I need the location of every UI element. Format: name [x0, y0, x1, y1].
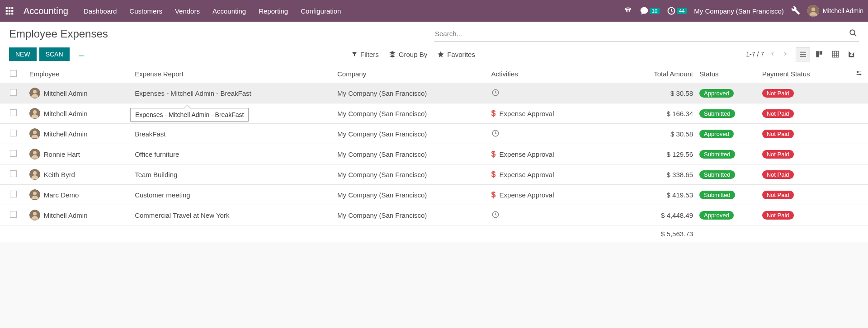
menu-customers[interactable]: Customers — [129, 7, 162, 15]
pager-text[interactable]: 1-7 / 7 — [746, 51, 764, 58]
payment-badge: Not Paid — [762, 109, 794, 118]
company-selector[interactable]: My Company (San Francisco) — [694, 7, 783, 15]
header-company[interactable]: Company — [334, 65, 488, 83]
company-cell: My Company (San Francisco) — [334, 144, 488, 164]
employee-avatar — [29, 169, 40, 180]
svg-point-39 — [33, 171, 37, 175]
search-icon[interactable] — [847, 29, 859, 38]
apps-icon[interactable] — [5, 6, 14, 16]
table-row[interactable]: Mitchell Admin Expenses - Mitchell Admin… — [0, 83, 868, 103]
select-all-checkbox[interactable] — [10, 70, 17, 77]
header-employee[interactable]: Employee — [26, 65, 131, 83]
clock-icon[interactable] — [491, 129, 500, 139]
employee-name: Mitchell Admin — [44, 110, 88, 117]
menu-dashboard[interactable]: Dashboard — [84, 7, 117, 15]
shortcuts-icon[interactable] — [623, 6, 632, 15]
expense-report-cell: Commercial Travel at New York — [131, 205, 334, 225]
amount-cell: $ 129.56 — [642, 144, 696, 164]
company-cell: My Company (San Francisco) — [334, 103, 488, 124]
pager-prev-icon[interactable] — [769, 51, 777, 58]
pager-next-icon[interactable] — [781, 51, 789, 58]
debug-icon[interactable] — [791, 6, 800, 16]
groupby-button[interactable]: Group By — [389, 51, 427, 58]
svg-point-43 — [33, 212, 37, 216]
employee-avatar — [29, 128, 40, 139]
table-row[interactable]: Keith Byrd Team Building My Company (San… — [0, 164, 868, 185]
amount-cell: $ 166.34 — [642, 103, 696, 124]
menu-reporting[interactable]: Reporting — [259, 7, 288, 15]
messages-icon[interactable]: 10 — [640, 6, 660, 15]
expense-report-cell: Team Building — [131, 164, 334, 185]
user-menu[interactable]: Mitchell Admin — [807, 5, 863, 17]
graph-view-icon[interactable] — [844, 47, 859, 61]
payment-badge: Not Paid — [762, 150, 794, 159]
pivot-view-icon[interactable] — [828, 47, 843, 61]
app-title[interactable]: Accounting — [24, 6, 68, 16]
row-checkbox[interactable] — [10, 130, 17, 136]
employee-avatar — [29, 210, 40, 220]
activities-count: 44 — [677, 8, 687, 14]
header-payment[interactable]: Payment Status — [759, 65, 850, 83]
table-row[interactable]: Mitchell Admin Commercial Travel at New … — [0, 205, 868, 225]
expense-report-cell: Expenses - Mitchell Admin - BreakFast — [131, 83, 334, 103]
dollar-icon[interactable]: $ — [491, 190, 496, 200]
svg-point-34 — [33, 131, 37, 134]
payment-badge: Not Paid — [762, 130, 794, 138]
svg-rect-0 — [6, 7, 8, 9]
dollar-icon[interactable]: $ — [491, 170, 496, 179]
activity-text: Expense Approval — [500, 191, 554, 199]
table-row[interactable]: Marc Demo Customer meeting My Company (S… — [0, 185, 868, 205]
svg-rect-6 — [6, 13, 8, 14]
row-checkbox[interactable] — [10, 109, 17, 116]
favorites-label: Favorites — [447, 51, 475, 58]
filters-button[interactable]: Filters — [351, 51, 379, 58]
main-menu: Dashboard Customers Vendors Accounting R… — [84, 7, 341, 15]
header-status[interactable]: Status — [696, 65, 759, 83]
payment-badge: Not Paid — [762, 170, 794, 179]
favorites-button[interactable]: Favorites — [437, 51, 475, 58]
table-row[interactable]: Ronnie Hart Office furniture My Company … — [0, 144, 868, 164]
menu-accounting[interactable]: Accounting — [212, 7, 246, 15]
activity-text: Expense Approval — [500, 110, 554, 117]
kanban-view-icon[interactable] — [812, 47, 826, 61]
company-cell: My Company (San Francisco) — [334, 124, 488, 144]
new-button[interactable]: NEW — [9, 47, 37, 61]
status-badge: Submitted — [699, 109, 735, 118]
breadcrumb: Employee Expenses — [9, 28, 108, 40]
amount-cell: $ 30.58 — [642, 124, 696, 144]
row-checkbox[interactable] — [10, 89, 17, 96]
svg-rect-1 — [9, 7, 10, 9]
scan-button[interactable]: SCAN — [39, 47, 70, 61]
activities-icon[interactable]: 44 — [667, 6, 687, 15]
clock-icon[interactable] — [491, 89, 500, 98]
row-checkbox[interactable] — [10, 191, 17, 197]
employee-name: Ronnie Hart — [44, 150, 80, 158]
list-view-icon[interactable] — [796, 47, 810, 61]
search-bar[interactable] — [434, 26, 859, 42]
row-checkbox[interactable] — [10, 211, 17, 218]
header-activities[interactable]: Activities — [488, 65, 642, 83]
svg-rect-2 — [11, 7, 13, 9]
svg-rect-8 — [11, 13, 13, 14]
payment-badge: Not Paid — [762, 211, 794, 220]
topbar: Accounting Dashboard Customers Vendors A… — [0, 0, 868, 22]
employee-name: Mitchell Admin — [44, 211, 88, 219]
table-row[interactable]: Mitchell Admin BreakFast My Company (San… — [0, 124, 868, 144]
clock-icon[interactable] — [491, 211, 500, 220]
dollar-icon[interactable]: $ — [491, 109, 496, 118]
menu-configuration[interactable]: Configuration — [301, 7, 341, 15]
header-amount[interactable]: Total Amount — [642, 65, 696, 83]
company-cell: My Company (San Francisco) — [334, 164, 488, 185]
menu-vendors[interactable]: Vendors — [175, 7, 200, 15]
row-checkbox[interactable] — [10, 150, 17, 157]
header-report[interactable]: Expense Report — [131, 65, 334, 83]
row-checkbox[interactable] — [10, 170, 17, 177]
amount-cell: $ 419.53 — [642, 185, 696, 205]
download-icon[interactable] — [78, 50, 85, 59]
search-input[interactable] — [434, 28, 847, 39]
dollar-icon[interactable]: $ — [491, 150, 496, 159]
svg-point-37 — [33, 151, 37, 155]
status-badge: Approved — [699, 130, 734, 138]
employee-avatar — [29, 149, 40, 159]
optional-columns-icon[interactable] — [850, 65, 868, 83]
